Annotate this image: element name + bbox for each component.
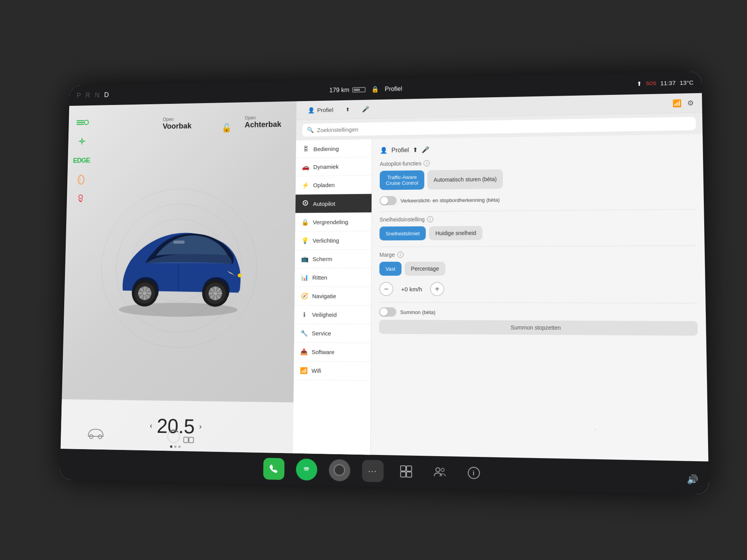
navigatie-icon: 🧭 <box>301 292 309 300</box>
marge-info-icon[interactable]: i <box>397 252 403 258</box>
percentage-button[interactable]: Percentage <box>405 262 445 276</box>
update-icon: ⬆ <box>637 80 642 87</box>
snelheidslimiet-button[interactable]: Snelheidslimiet <box>379 226 426 240</box>
update-sub-icon: ⬆ <box>413 146 418 154</box>
tesla-screen: P R N D 179 km 🔒 Profiel ⬆ SOS <box>60 72 709 495</box>
wifi-icon: 📶 <box>300 367 308 374</box>
marge-label: Marge <box>379 252 395 258</box>
edge-icon: EDGE <box>74 155 89 166</box>
profile-label[interactable]: Profiel <box>385 85 402 93</box>
veiligheid-icon: ℹ <box>300 311 308 318</box>
left-panel: EDGE ! <box>61 101 296 453</box>
nav-opladen-label: Opladen <box>313 182 335 188</box>
loading-spinner <box>167 429 180 443</box>
wifi-icon-header: 📶 <box>672 99 682 108</box>
speed-increase-button[interactable]: + <box>430 282 444 296</box>
nav-verlichting-label: Verlichting <box>313 237 339 244</box>
autopilot-content: 👤 Profiel ⬆ 🎤 Autopilot-functies i Traff… <box>371 134 708 462</box>
svg-rect-41 <box>401 466 406 471</box>
main-content: EDGE ! <box>61 93 708 461</box>
service-icon: 🔧 <box>300 329 308 337</box>
more-button[interactable]: ··· <box>362 460 384 482</box>
functies-info-icon[interactable]: i <box>424 160 430 166</box>
svg-point-45 <box>436 468 440 472</box>
mic-icon: 🎤 <box>362 106 369 113</box>
nav-ritten-label: Ritten <box>312 274 328 281</box>
time-temp: ⬆ SOS 11:37 13°C <box>637 79 693 87</box>
autopilot-icon <box>302 200 309 208</box>
snelheid-info-icon[interactable]: i <box>427 216 433 222</box>
sos-label: SOS <box>646 80 656 86</box>
speed-prev[interactable]: ‹ <box>150 421 153 430</box>
dot-1 <box>170 445 172 448</box>
nav-software[interactable]: 📥 Software <box>294 343 371 362</box>
summon-row: Summon (bèta) <box>379 307 698 318</box>
nav-veiligheid[interactable]: ℹ Veiligheid <box>294 305 371 324</box>
nav-software-label: Software <box>312 348 335 355</box>
nav-scherm[interactable]: 📺 Scherm <box>295 250 372 268</box>
files-button[interactable] <box>395 460 417 483</box>
nav-bediening[interactable]: 🎛 Bediening <box>296 139 372 158</box>
mic-button[interactable]: 🎤 <box>358 104 373 115</box>
svg-rect-43 <box>401 472 406 477</box>
camera-button[interactable] <box>329 459 350 481</box>
nav-autopilot[interactable]: Autopilot <box>295 194 372 214</box>
nav-wifi[interactable]: 📶 Wifi <box>294 361 371 381</box>
header-icons: 📶 ⚙ <box>672 98 694 107</box>
people-button[interactable] <box>429 461 451 483</box>
nav-vergrendeling[interactable]: 🔒 Vergrendeling <box>295 213 372 232</box>
search-input[interactable] <box>317 120 691 133</box>
profile-button[interactable]: 👤 Profiel <box>304 104 337 116</box>
battery-bar <box>352 87 366 92</box>
speed-next[interactable]: › <box>199 422 202 431</box>
achterbak-label[interactable]: Open Achterbak <box>245 115 281 129</box>
svg-point-46 <box>441 468 444 471</box>
nav-navigatie-label: Navigatie <box>312 293 336 299</box>
nav-vergrendeling-label: Vergrendeling <box>313 219 348 225</box>
profile-sub-label: Profiel <box>391 147 409 154</box>
phone-button[interactable] <box>263 458 284 480</box>
nav-service[interactable]: 🔧 Service <box>294 324 371 343</box>
nav-navigatie[interactable]: 🧭 Navigatie <box>295 287 371 306</box>
settings-icon[interactable]: ⚙ <box>687 98 694 107</box>
lock-icon[interactable]: 🔓 <box>221 123 231 133</box>
taacc-button[interactable]: Traffic-AwareCruise Control <box>380 170 424 190</box>
update-button[interactable]: ⬆ <box>342 105 354 114</box>
right-panel: 👤 Profiel ⬆ 🎤 📶 ⚙ <box>293 93 708 461</box>
summon-stop-button[interactable]: Summon stopzetten <box>379 320 698 336</box>
nav-opladen[interactable]: ⚡ Opladen <box>296 175 372 194</box>
voorbak-label[interactable]: Open Voorbak <box>163 116 192 131</box>
svg-text:!: ! <box>79 177 81 182</box>
info-button[interactable]: i <box>463 462 485 484</box>
nav-verlichting[interactable]: 💡 Verlichting <box>295 231 371 250</box>
speed-decrease-button[interactable]: − <box>379 282 393 296</box>
gear-n: N <box>95 91 101 99</box>
svg-point-40 <box>302 464 311 474</box>
huidige-snelheid-button[interactable]: Huidige snelheid <box>429 226 482 240</box>
functies-label: Autopilot-functies <box>380 160 421 167</box>
vast-button[interactable]: Vast <box>379 262 402 276</box>
nav-ritten[interactable]: 📊 Ritten <box>295 268 371 287</box>
vergrendeling-icon: 🔒 <box>302 219 309 226</box>
settings-body: 🎛 Bediening 🚗 Dynamiek ⚡ Opladen <box>293 134 708 462</box>
autosteer-button[interactable]: Automatisch sturen (bèta) <box>428 169 503 189</box>
nav-veiligheid-label: Veiligheid <box>312 312 337 318</box>
nav-service-label: Service <box>312 330 331 336</box>
speed-offset-control: − +0 km/h + <box>379 282 697 296</box>
car-image: ⚡ <box>100 214 258 321</box>
marge-title: Marge i <box>379 251 696 258</box>
svg-rect-36 <box>184 437 188 443</box>
summon-toggle[interactable] <box>379 307 396 317</box>
car-image-area: ⚡ <box>62 135 296 402</box>
svg-point-39 <box>305 202 306 204</box>
snelheid-label: Snelheidsinstelling <box>380 216 425 223</box>
tire-pressure-icon: ! <box>74 174 88 186</box>
seatbelt-icon <box>73 193 88 205</box>
spotify-button[interactable] <box>296 458 317 480</box>
svg-point-3 <box>84 120 88 125</box>
volume-icon[interactable]: 🔊 <box>687 474 698 485</box>
nav-dynamiek-label: Dynamiek <box>313 163 338 170</box>
scherm-icon: 📺 <box>301 256 309 263</box>
nav-dynamiek[interactable]: 🚗 Dynamiek <box>296 157 372 176</box>
verkeerslicht-toggle[interactable] <box>380 196 397 205</box>
